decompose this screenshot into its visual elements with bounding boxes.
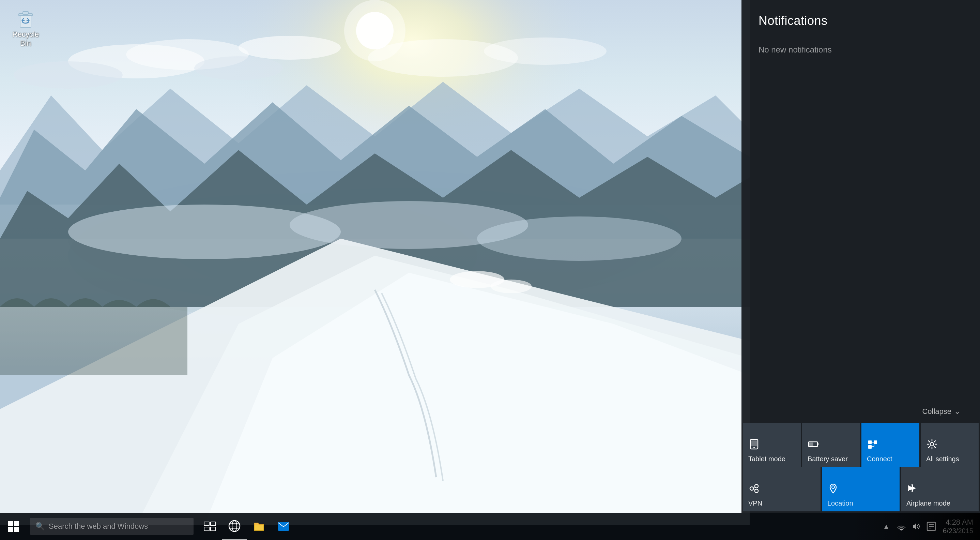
svg-rect-49 — [14, 521, 19, 526]
ac-header: Notifications — [741, 0, 980, 35]
start-button[interactable] — [0, 513, 27, 540]
svg-rect-31 — [751, 440, 757, 446]
quick-action-vpn[interactable]: VPN — [743, 467, 821, 511]
location-label: Location — [827, 499, 853, 507]
quick-action-battery-saver[interactable]: Battery saver — [802, 423, 860, 467]
taskbar: 🔍 Search the web and Windows — [0, 513, 980, 540]
svg-point-42 — [750, 487, 753, 490]
svg-point-43 — [755, 484, 758, 488]
svg-rect-39 — [871, 446, 874, 447]
svg-rect-34 — [809, 443, 813, 446]
clock-time: 4:28 AM — [946, 518, 973, 527]
quick-action-location[interactable]: Location — [822, 467, 900, 511]
quick-actions-row1: Tablet mode Battery saver — [743, 423, 978, 467]
ac-title: Notifications — [759, 14, 963, 28]
quick-action-connect[interactable]: Connect — [861, 423, 920, 467]
svg-point-19 — [477, 217, 681, 261]
svg-point-44 — [755, 489, 758, 492]
vpn-label: VPN — [748, 499, 762, 507]
airplane-mode-label: Airplane mode — [907, 499, 950, 507]
recycle-bin-label: Recycle Bin — [10, 30, 41, 48]
battery-saver-label: Battery saver — [808, 455, 848, 463]
vpn-icon — [748, 483, 760, 497]
svg-line-45 — [753, 487, 755, 488]
svg-rect-48 — [8, 521, 13, 526]
action-center-tray-button[interactable] — [925, 520, 937, 532]
tablet-mode-label: Tablet mode — [748, 455, 786, 463]
svg-line-46 — [753, 489, 755, 490]
svg-rect-53 — [211, 522, 216, 526]
airplane-icon — [907, 483, 918, 497]
clock-display[interactable]: 4:28 AM 6/23/2015 — [943, 518, 973, 535]
svg-point-6 — [239, 36, 341, 60]
tablet-mode-icon — [748, 438, 760, 452]
svg-rect-23 — [0, 307, 188, 375]
svg-point-41 — [930, 443, 934, 446]
quick-actions-row2: VPN Location Airplane mode — [743, 467, 978, 511]
system-tray: ▲ — [880, 513, 980, 540]
search-placeholder: Search the web and Windows — [49, 522, 148, 531]
recycle-bin-graphic — [15, 7, 37, 29]
svg-point-47 — [832, 486, 835, 489]
ac-spacer — [741, 65, 980, 407]
task-view-button[interactable] — [197, 513, 222, 540]
connect-icon — [867, 438, 878, 452]
svg-rect-54 — [204, 527, 209, 531]
recycle-bin-icon[interactable]: Recycle Bin — [10, 7, 41, 48]
svg-rect-61 — [254, 525, 264, 530]
quick-action-airplane-mode[interactable]: Airplane mode — [901, 467, 978, 511]
action-center-panel: Notifications No new notifications Colla… — [741, 0, 980, 513]
search-bar[interactable]: 🔍 Search the web and Windows — [30, 518, 194, 535]
svg-rect-33 — [818, 443, 818, 445]
svg-rect-37 — [868, 445, 872, 449]
volume-icon[interactable] — [910, 520, 923, 532]
clock-date: 6/23/2015 — [943, 527, 973, 535]
quick-action-all-settings[interactable]: All settings — [921, 423, 978, 467]
svg-rect-26 — [20, 15, 31, 27]
file-explorer-button[interactable] — [247, 513, 271, 540]
browser-button[interactable] — [222, 513, 247, 540]
quick-action-tablet-mode[interactable]: Tablet mode — [743, 423, 801, 467]
chevron-down-icon: ⌄ — [954, 407, 960, 416]
network-icon[interactable] — [895, 520, 907, 532]
connect-label: Connect — [867, 455, 892, 463]
svg-rect-55 — [211, 527, 216, 531]
location-icon — [827, 483, 839, 497]
svg-point-8 — [484, 38, 606, 65]
svg-point-25 — [491, 280, 531, 293]
svg-rect-51 — [14, 527, 19, 532]
svg-point-9 — [14, 61, 123, 89]
svg-rect-40 — [874, 442, 874, 446]
desktop — [0, 0, 750, 525]
svg-marker-64 — [913, 523, 916, 530]
svg-rect-50 — [8, 527, 13, 532]
battery-saver-icon — [808, 438, 819, 452]
settings-icon — [926, 438, 938, 452]
all-settings-label: All settings — [926, 455, 959, 463]
show-hidden-icons-button[interactable]: ▲ — [880, 520, 892, 532]
svg-point-30 — [753, 447, 755, 448]
search-icon: 🔍 — [35, 522, 45, 531]
svg-rect-52 — [204, 522, 209, 526]
ac-no-notifications: No new notifications — [741, 35, 980, 65]
mail-button[interactable] — [271, 513, 296, 540]
svg-rect-28 — [23, 11, 28, 14]
ac-collapse-label: Collapse — [922, 407, 951, 416]
svg-point-10 — [194, 56, 283, 80]
ac-collapse-button[interactable]: Collapse ⌄ — [741, 407, 980, 423]
